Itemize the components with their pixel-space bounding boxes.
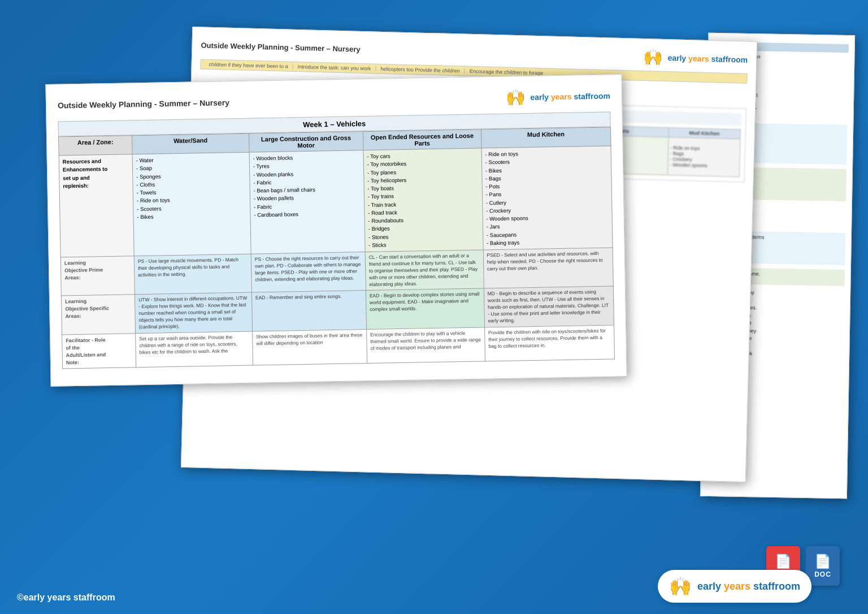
facilitator-water-text: Set up a car wash area outside. Provide … [139, 334, 237, 355]
lo-specific-label: LearningObjective SpecificAreas: [61, 295, 135, 335]
front-doc-logo: 🙌 early years staffroom [506, 87, 610, 107]
doc-label: DOC [814, 570, 831, 578]
lo-specific-construction-text: EAD - Remember and sing entire songs. [255, 293, 342, 301]
back-logo-staffroom: staffroom [711, 54, 748, 64]
resources-openended: Toy cars Toy motorbikes Toy planes Toy h… [363, 148, 483, 252]
lo-specific-water-text: UTW - Show interest in different occupat… [138, 295, 247, 330]
front-logo-text: early years staffroom [530, 91, 610, 101]
facilitator-water: Set up a car wash area outside. Provide … [136, 331, 253, 367]
back-bar-item-4: Encourage the children to forage [465, 68, 548, 76]
footer-logo-staffroom: staffroom [753, 581, 800, 592]
open-item-12: Sticks [368, 239, 479, 249]
construction-list: Wooden blocks Tyres Wooden planks Fabric… [253, 153, 361, 219]
facilitator-openended: Encourage the children to play with a ve… [366, 327, 485, 364]
back-logo-icon: 🙌 [643, 47, 663, 67]
facilitator-label-text: Facilitator - Roleof theAdult/Listen and… [66, 337, 106, 365]
facilitator-construction-text: Show children images of buses in their a… [256, 332, 362, 346]
col-mud-header: Mud Kitchen [481, 127, 611, 148]
lo-prime-label: LearningObjective PrimeAreas: [60, 256, 134, 296]
lo-prime-label-text: LearningObjective PrimeAreas: [64, 260, 103, 280]
col-construction-header: Large Construction and Gross Motor [249, 132, 363, 153]
col-open-header: Open Ended Resources and Loose Parts [363, 129, 481, 150]
resources-label-text: Resources andEnhancements toset up andre… [63, 158, 108, 189]
resources-row: Resources andEnhancements toset up andre… [59, 146, 613, 257]
lo-prime-water: PS - Use large muscle movements. PD - Ma… [134, 254, 251, 295]
back-doc-logo: 🙌 early years staffroom [643, 47, 748, 69]
front-doc-title: Outside Weekly Planning - Summer – Nurse… [58, 98, 229, 110]
facilitator-label: Facilitator - Roleof theAdult/Listen and… [62, 334, 136, 369]
front-logo-icon: 🙌 [506, 88, 526, 107]
footer-logo-container: 🙌 early years staffroom [658, 570, 811, 603]
facilitator-mud-text: Provide the children with ride on toys/s… [488, 328, 606, 349]
front-logo-early: early [530, 92, 551, 102]
col-water-header: Water/Sand [132, 133, 249, 154]
doc-icon: 📄 [814, 554, 831, 569]
lo-prime-openended: CL - Can start a conversation with an ad… [365, 250, 484, 291]
lo-prime-construction-text: PS - Choose the right resources to carry… [255, 254, 361, 282]
doc-button[interactable]: 📄 DOC [806, 546, 840, 586]
lo-prime-construction: PS - Choose the right resources to carry… [251, 252, 366, 293]
water-list: Water Soap Sponges Cloths Towels Ride on… [136, 155, 247, 221]
resources-label: Resources andEnhancements toset up andre… [59, 154, 134, 257]
back-bar-item-3: helicopters too Provide the children [376, 66, 465, 74]
back-bar-item-1: children if they have ever been to a [205, 62, 293, 70]
lo-specific-water: UTW - Show interest in different occupat… [134, 293, 252, 334]
back-logo-text: early years staffroom [667, 53, 748, 64]
construction-item-8: Cardboard boxes [254, 209, 361, 219]
facilitator-mud: Provide the children with ride on toys/s… [484, 325, 614, 362]
lo-specific-construction: EAD - Remember and sing entire songs. [251, 291, 366, 331]
lo-prime-openended-text: CL - Can start a conversation with an ad… [369, 253, 478, 287]
planning-table: Area / Zone: Water/Sand Large Constructi… [58, 127, 615, 369]
lo-prime-mud-text: PSED - Select and use activities and res… [487, 250, 602, 271]
facilitator-openended-text: Encourage the children to play with a ve… [370, 330, 481, 351]
footer-logo-early: early [697, 581, 724, 592]
mud-list: Ride on toys Scooters Bikes Bags Pots Pa… [485, 149, 609, 248]
resources-construction: Wooden blocks Tyres Wooden planks Fabric… [249, 150, 365, 254]
footer-logo-icon: 🙌 [669, 576, 692, 597]
footer-logo-years: years [724, 581, 753, 592]
footer: ©early years staffroom [17, 593, 115, 603]
front-logo-years: years [551, 92, 574, 101]
lo-prime-water-text: PS - Use large muscle movements. PD - Ma… [138, 257, 238, 278]
lo-prime-mud: PSED - Select and use activities and res… [483, 248, 613, 288]
resources-mud: Ride on toys Scooters Bikes Bags Pots Pa… [481, 146, 613, 250]
lo-specific-openended-text: EAD - Begin to develop complex stories u… [370, 291, 480, 312]
col-area-header: Area / Zone: [59, 136, 133, 155]
front-logo-staffroom: staffroom [574, 91, 610, 101]
pdf-icon: 📄 [775, 554, 792, 569]
facilitator-construction: Show children images of buses in their a… [252, 330, 367, 366]
mud-item-12: Baking trays [487, 237, 609, 247]
lo-specific-mud-text: MD - Begin to describe a sequence of eve… [488, 289, 609, 323]
resources-water: Water Soap Sponges Cloths Towels Ride on… [132, 152, 251, 256]
back-bar-item-2: Introduce the task: can you work [293, 64, 376, 72]
lo-specific-mud: MD - Begin to describe a sequence of eve… [484, 286, 614, 327]
openended-list: Toy cars Toy motorbikes Toy planes Toy h… [367, 151, 479, 249]
back-logo-early: early [667, 53, 688, 63]
footer-copyright: ©early years staffroom [17, 593, 115, 603]
back-doc-title: Outside Weekly Planning - Summer – Nurse… [201, 41, 361, 53]
back-logo-years: years [688, 54, 711, 63]
lo-specific-openended: EAD - Begin to develop complex stories u… [366, 288, 484, 329]
front-document: Outside Weekly Planning - Summer – Nurse… [45, 74, 627, 387]
footer-logo-text: early years staffroom [697, 581, 800, 593]
lo-specific-label-text: LearningObjective SpecificAreas: [65, 299, 109, 319]
front-doc-header: Outside Weekly Planning - Summer – Nurse… [58, 87, 610, 115]
